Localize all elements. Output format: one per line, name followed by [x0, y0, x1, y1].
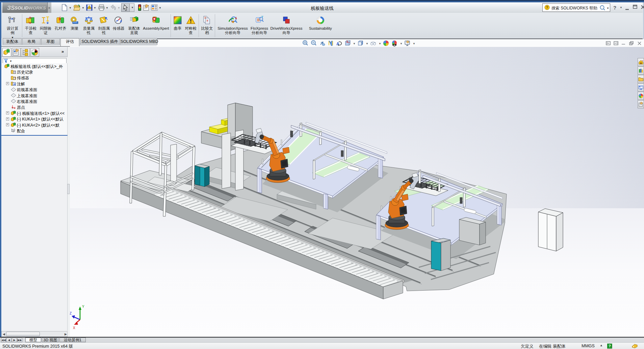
- svg-text:?: ?: [609, 344, 611, 348]
- svg-text:A: A: [14, 83, 16, 86]
- svg-text:ЗS: ЗS: [7, 5, 15, 11]
- svg-text:Z: Z: [70, 312, 72, 315]
- svg-text:!: !: [89, 6, 90, 9]
- svg-text:SOLIDWORKS: SOLIDWORKS: [15, 5, 46, 10]
- svg-text:Y: Y: [82, 305, 84, 308]
- svg-text:X: X: [73, 326, 75, 330]
- svg-text:A: A: [336, 42, 339, 46]
- svg-text:?: ?: [206, 19, 208, 23]
- svg-text:?: ?: [546, 5, 548, 9]
